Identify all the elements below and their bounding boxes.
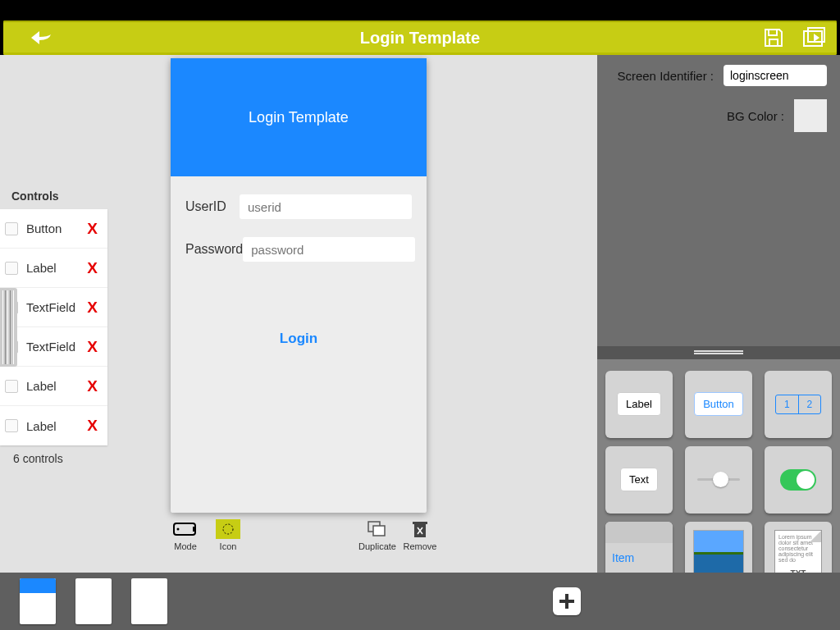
userid-input[interactable] — [240, 194, 412, 219]
palette-tableitem[interactable]: Item — [605, 522, 673, 573]
palette-textfile[interactable]: Lorem ipsum dolor sit amet consectetur a… — [765, 522, 832, 573]
bgcolor-label: BG Color : — [727, 109, 784, 123]
password-input[interactable] — [243, 237, 415, 262]
work-area: Controls Button X Label X TextField X Te… — [0, 55, 840, 573]
controls-row-delete[interactable]: X — [77, 259, 107, 277]
svg-rect-4 — [193, 527, 194, 532]
palette-segmented[interactable]: 12 — [765, 371, 832, 438]
component-palette: Label Button 12 Text Item Lorem ipsum do… — [597, 359, 840, 573]
field-label[interactable]: Password — [185, 242, 243, 257]
controls-row-label: Label — [26, 419, 77, 433]
trash-icon — [408, 519, 432, 539]
back-button[interactable] — [28, 28, 54, 48]
preview-header[interactable]: Login Template — [171, 58, 427, 176]
palette-switch[interactable] — [765, 446, 832, 514]
palette-button[interactable]: Button — [685, 371, 752, 438]
controls-total: 6 controls — [0, 445, 107, 465]
duplicate-button[interactable]: Duplicate — [356, 519, 399, 551]
controls-row-delete[interactable]: X — [77, 299, 107, 317]
toggle-icon — [780, 469, 816, 491]
palette-drag-handle[interactable] — [597, 346, 840, 359]
duplicate-icon — [365, 519, 390, 539]
preview-field[interactable]: UserID — [185, 194, 412, 219]
title-bar: Login Template — [3, 21, 837, 55]
screen-thumbnail[interactable] — [131, 578, 167, 624]
field-label[interactable]: UserID — [185, 199, 240, 214]
preview-toolbar: Mode Icon Duplicate Remove — [164, 519, 441, 551]
screen-thumbnail[interactable] — [75, 578, 112, 624]
svg-point-3 — [177, 528, 180, 531]
screen-id-input[interactable] — [724, 65, 827, 86]
controls-row-delete[interactable]: X — [77, 377, 107, 395]
page-title: Login Template — [3, 29, 837, 48]
preview-button[interactable] — [802, 27, 825, 48]
controls-row-delete[interactable]: X — [77, 417, 107, 435]
icon-icon — [216, 519, 240, 539]
svg-rect-7 — [373, 526, 385, 536]
preview-field[interactable]: Password — [185, 237, 412, 262]
login-button[interactable]: Login — [171, 331, 427, 347]
controls-row-label: Label — [26, 261, 77, 275]
slider-icon — [697, 478, 740, 481]
controls-row-delete[interactable]: X — [77, 338, 107, 356]
palette-image[interactable] — [685, 522, 752, 573]
screens-bar — [0, 573, 840, 630]
controls-row[interactable]: Button X — [0, 209, 107, 249]
controls-row-label: Button — [26, 221, 77, 235]
controls-row-checkbox[interactable] — [5, 419, 18, 432]
controls-row-checkbox[interactable] — [5, 222, 18, 235]
textfile-icon: Lorem ipsum dolor sit amet consectetur a… — [774, 530, 822, 573]
back-arrow-icon — [28, 28, 54, 48]
icon-button[interactable]: Icon — [207, 519, 249, 551]
controls-row-delete[interactable]: X — [77, 220, 107, 238]
controls-row-checkbox[interactable] — [5, 380, 18, 393]
controls-row[interactable]: Label X — [0, 406, 107, 445]
controls-row-label: TextField — [26, 340, 77, 354]
palette-slider[interactable] — [685, 446, 752, 514]
controls-row-checkbox[interactable] — [5, 262, 18, 275]
screen-id-label: Screen Identifier : — [617, 69, 714, 83]
controls-row-label: TextField — [26, 300, 77, 314]
svg-rect-9 — [413, 522, 427, 524]
svg-rect-0 — [804, 31, 822, 46]
screen-thumbnail[interactable] — [20, 578, 56, 624]
mode-button[interactable]: Mode — [164, 519, 207, 551]
screen-preview[interactable]: Login Template UserID Password Login — [171, 58, 427, 513]
palette-label[interactable]: Label — [605, 371, 673, 438]
status-bar — [0, 0, 840, 21]
controls-heading: Controls — [0, 185, 107, 209]
image-icon — [693, 530, 744, 573]
controls-row[interactable]: Label X — [0, 367, 107, 406]
save-button[interactable] — [763, 27, 784, 48]
svg-point-5 — [223, 524, 233, 534]
controls-drag-handle[interactable] — [0, 288, 17, 367]
controls-row[interactable]: Label X — [0, 249, 107, 288]
inspector-panel: Screen Identifier : BG Color : Label But… — [597, 55, 840, 573]
bgcolor-swatch[interactable] — [794, 99, 827, 132]
remove-button[interactable]: Remove — [399, 519, 441, 551]
add-screen-button[interactable] — [553, 587, 581, 615]
save-icon — [763, 27, 784, 48]
controls-row-label: Label — [26, 379, 77, 393]
play-screen-icon — [802, 27, 825, 48]
palette-textfield[interactable]: Text — [605, 446, 673, 514]
mode-icon — [173, 519, 198, 539]
